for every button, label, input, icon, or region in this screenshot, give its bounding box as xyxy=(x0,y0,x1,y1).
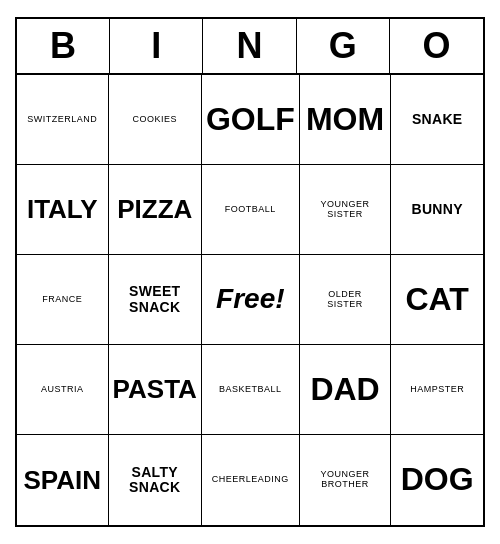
bingo-cell: PIZZA xyxy=(109,165,202,255)
cell-text: ITALY xyxy=(27,195,98,224)
cell-text: SWITZERLAND xyxy=(27,115,97,125)
cell-text: CHEERLEADING xyxy=(212,475,289,485)
header-letter: G xyxy=(297,19,390,73)
bingo-cell: DAD xyxy=(300,345,392,435)
bingo-cell: CHEERLEADING xyxy=(202,435,300,525)
bingo-card: BINGO SWITZERLANDCOOKIESGOLFMOMSNAKEITAL… xyxy=(15,17,485,527)
bingo-cell: BUNNY xyxy=(391,165,483,255)
cell-text: SPAIN xyxy=(24,466,102,495)
cell-text: OLDER SISTER xyxy=(327,290,363,310)
cell-text: AUSTRIA xyxy=(41,385,84,395)
header-letter: O xyxy=(390,19,483,73)
cell-text: SALTY SNACK xyxy=(129,465,180,496)
bingo-cell: AUSTRIA xyxy=(17,345,109,435)
bingo-cell: OLDER SISTER xyxy=(300,255,392,345)
header-letter: B xyxy=(17,19,110,73)
cell-text: SNAKE xyxy=(412,112,463,127)
cell-text: CAT xyxy=(405,282,468,317)
cell-text: MOM xyxy=(306,102,384,137)
cell-text: FOOTBALL xyxy=(225,205,276,215)
cell-text: COOKIES xyxy=(132,115,177,125)
bingo-cell: SPAIN xyxy=(17,435,109,525)
bingo-cell: SNAKE xyxy=(391,75,483,165)
bingo-cell: FRANCE xyxy=(17,255,109,345)
bingo-cell: YOUNGER SISTER xyxy=(300,165,392,255)
bingo-cell: ITALY xyxy=(17,165,109,255)
header-letter: N xyxy=(203,19,296,73)
cell-text: GOLF xyxy=(206,102,295,137)
header-letter: I xyxy=(110,19,203,73)
cell-text: HAMPSTER xyxy=(410,385,464,395)
bingo-header: BINGO xyxy=(17,19,483,75)
cell-text: PIZZA xyxy=(117,195,192,224)
cell-text: PASTA xyxy=(113,375,197,404)
cell-text: YOUNGER SISTER xyxy=(321,200,370,220)
bingo-cell: MOM xyxy=(300,75,392,165)
bingo-cell: PASTA xyxy=(109,345,202,435)
bingo-cell: HAMPSTER xyxy=(391,345,483,435)
cell-text: FRANCE xyxy=(42,295,82,305)
bingo-grid: SWITZERLANDCOOKIESGOLFMOMSNAKEITALYPIZZA… xyxy=(17,75,483,525)
bingo-cell: YOUNGER BROTHER xyxy=(300,435,392,525)
bingo-cell: Free! xyxy=(202,255,300,345)
cell-text: Free! xyxy=(216,284,284,315)
cell-text: YOUNGER BROTHER xyxy=(321,470,370,490)
bingo-cell: COOKIES xyxy=(109,75,202,165)
bingo-cell: DOG xyxy=(391,435,483,525)
cell-text: DOG xyxy=(401,462,474,497)
cell-text: BUNNY xyxy=(412,202,463,217)
bingo-cell: BASKETBALL xyxy=(202,345,300,435)
bingo-cell: CAT xyxy=(391,255,483,345)
cell-text: DAD xyxy=(310,372,379,407)
cell-text: BASKETBALL xyxy=(219,385,282,395)
bingo-cell: FOOTBALL xyxy=(202,165,300,255)
bingo-cell: SALTY SNACK xyxy=(109,435,202,525)
bingo-cell: SWITZERLAND xyxy=(17,75,109,165)
bingo-cell: GOLF xyxy=(202,75,300,165)
cell-text: SWEET SNACK xyxy=(129,284,180,315)
bingo-cell: SWEET SNACK xyxy=(109,255,202,345)
